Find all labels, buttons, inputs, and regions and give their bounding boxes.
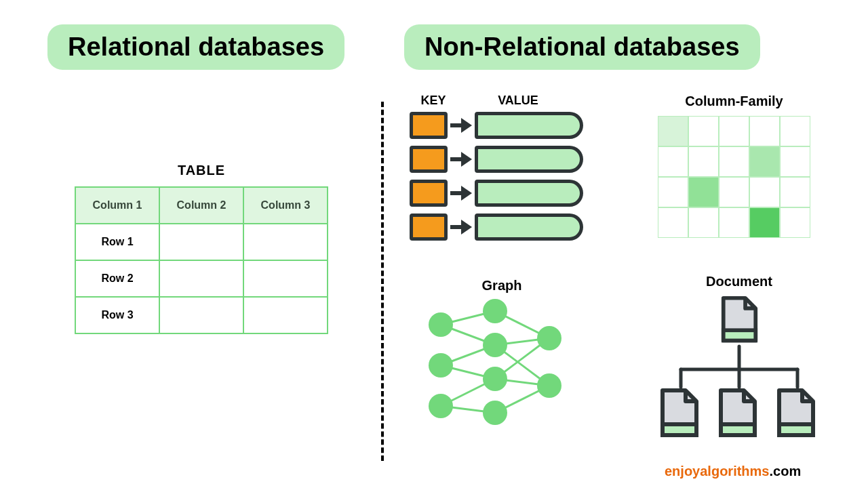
cf-cell (719, 177, 749, 207)
svg-point-15 (483, 299, 507, 323)
footer-credit: enjoyalgorithms.com (665, 464, 801, 479)
svg-point-18 (483, 401, 507, 425)
svg-point-13 (429, 353, 453, 378)
cf-cell (749, 177, 780, 207)
cf-cell (780, 177, 810, 207)
footer-accent: enjoyalgorithms (665, 464, 769, 479)
graph-title: Graph (407, 278, 597, 293)
kv-key-icon (410, 214, 448, 241)
kv-row (410, 146, 583, 173)
cf-cell (719, 116, 749, 146)
cf-cell (780, 207, 810, 238)
document-icon (724, 298, 756, 341)
cf-cell (749, 146, 780, 177)
kv-key-icon (410, 180, 448, 207)
cf-cell (688, 116, 719, 146)
graph-icon (407, 298, 597, 433)
kv-value-icon (475, 146, 583, 173)
cf-cell (749, 116, 780, 146)
svg-point-12 (429, 312, 453, 337)
document-icon (663, 390, 696, 435)
kv-key-icon (410, 112, 448, 139)
cf-cell (749, 207, 780, 238)
document-icon (721, 390, 755, 435)
cf-cell (688, 207, 719, 238)
row-label: Row 2 (75, 260, 159, 297)
column-family-section: Column-Family (658, 94, 810, 238)
col-header: Column 2 (159, 187, 243, 224)
svg-point-17 (483, 367, 507, 391)
svg-point-16 (483, 333, 507, 357)
cf-cell (719, 146, 749, 177)
nonrelational-title: Non-Relational databases (404, 24, 760, 70)
svg-rect-29 (779, 424, 813, 435)
row-label: Row 1 (75, 224, 159, 260)
kv-key-icon (410, 146, 448, 173)
cf-cell (688, 177, 719, 207)
arrow-right-icon (449, 115, 473, 136)
rel-table: Column 1 Column 2 Column 3 Row 1 Row 2 R… (75, 186, 328, 334)
arrow-right-icon (449, 149, 473, 169)
footer-rest: .com (769, 464, 801, 479)
kv-row (410, 180, 583, 207)
kv-key-label: KEY (410, 94, 457, 108)
cf-cell (780, 116, 810, 146)
kv-value-label: VALUE (457, 94, 579, 108)
cf-cell (658, 146, 688, 177)
cf-cell (780, 146, 810, 177)
document-section: Document (651, 274, 827, 452)
relational-table: TABLE Column 1 Column 2 Column 3 Row 1 R… (75, 163, 328, 334)
kv-row (410, 112, 583, 139)
col-header: Column 3 (243, 187, 328, 224)
vertical-divider (381, 102, 384, 461)
svg-point-14 (429, 394, 453, 418)
table-caption: TABLE (75, 163, 328, 178)
kv-value-icon (475, 214, 583, 241)
kv-value-icon (475, 112, 583, 139)
column-family-title: Column-Family (658, 94, 810, 109)
cf-cell (658, 207, 688, 238)
arrow-right-icon (449, 217, 473, 237)
document-title: Document (651, 274, 827, 289)
svg-rect-28 (721, 424, 755, 435)
keyvalue-section: KEY VALUE (410, 94, 583, 247)
cf-cell (719, 207, 749, 238)
document-icon (779, 390, 813, 435)
row-label: Row 3 (75, 297, 159, 333)
cf-cell (658, 116, 688, 146)
kv-value-icon (475, 180, 583, 207)
kv-row (410, 214, 583, 241)
svg-rect-27 (663, 424, 696, 435)
column-family-grid (658, 116, 810, 238)
svg-point-20 (537, 373, 561, 398)
cf-cell (658, 177, 688, 207)
document-tree-icon (651, 293, 827, 449)
cf-cell (688, 146, 719, 177)
svg-rect-26 (724, 330, 756, 340)
relational-title: Relational databases (47, 24, 344, 70)
graph-section: Graph (407, 278, 597, 436)
arrow-right-icon (449, 183, 473, 203)
col-header: Column 1 (75, 187, 159, 224)
svg-point-19 (537, 326, 561, 350)
